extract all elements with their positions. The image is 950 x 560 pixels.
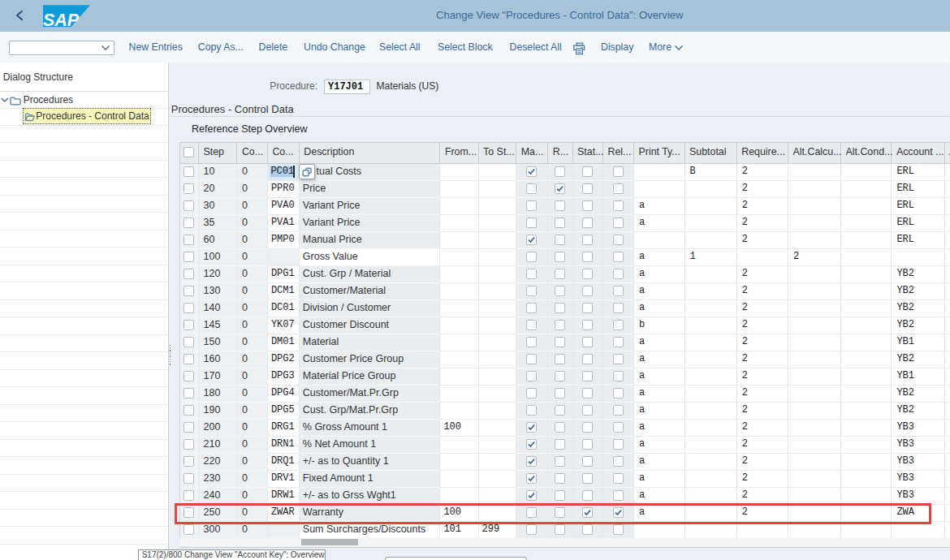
svg-text:SAP: SAP — [43, 11, 80, 28]
